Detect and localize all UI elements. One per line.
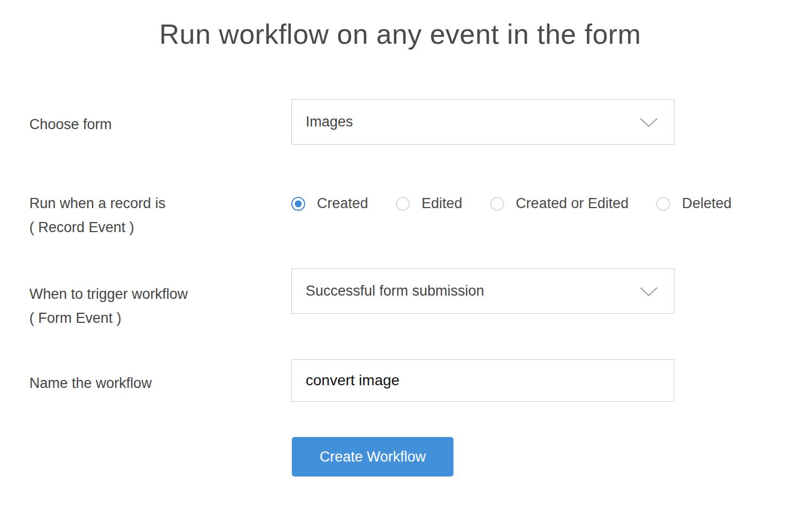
radio-created-or-edited[interactable]: Created or Edited	[490, 195, 629, 212]
radio-edited[interactable]: Edited	[396, 195, 463, 212]
record-event-label-main: Run when a record is	[29, 195, 165, 211]
choose-form-select[interactable]: Images	[291, 99, 674, 145]
create-workflow-button[interactable]: Create Workflow	[292, 437, 453, 477]
choose-form-selected-value: Images	[306, 114, 353, 130]
radio-selected-icon	[291, 197, 305, 211]
radio-unselected-icon	[490, 197, 504, 211]
form-event-label-sub: ( Form Event )	[29, 310, 188, 327]
form-event-select[interactable]: Successful form submission	[291, 268, 674, 314]
radio-deleted-label: Deleted	[682, 195, 731, 212]
radio-unselected-icon	[656, 197, 670, 211]
radio-edited-label: Edited	[421, 195, 463, 212]
chevron-down-icon	[640, 117, 658, 127]
radio-created-label: Created	[317, 195, 368, 212]
form-event-label-main: When to trigger workflow	[29, 286, 188, 302]
record-event-label-sub: ( Record Event )	[29, 219, 165, 236]
workflow-name-input[interactable]	[291, 359, 674, 402]
radio-deleted[interactable]: Deleted	[656, 195, 731, 212]
record-event-radio-group: Created Edited Created or Edited Deleted	[291, 195, 731, 212]
radio-unselected-icon	[396, 197, 410, 211]
form-event-label: When to trigger workflow ( Form Event )	[29, 286, 188, 327]
workflow-name-label: Name the workflow	[29, 375, 152, 392]
radio-created-or-edited-label: Created or Edited	[516, 195, 629, 212]
choose-form-label: Choose form	[29, 116, 112, 133]
page-title: Run workflow on any event in the form	[0, 18, 800, 50]
form-event-selected-value: Successful form submission	[306, 283, 484, 299]
record-event-label: Run when a record is ( Record Event )	[29, 195, 165, 236]
radio-created[interactable]: Created	[291, 195, 368, 212]
chevron-down-icon	[640, 287, 658, 296]
